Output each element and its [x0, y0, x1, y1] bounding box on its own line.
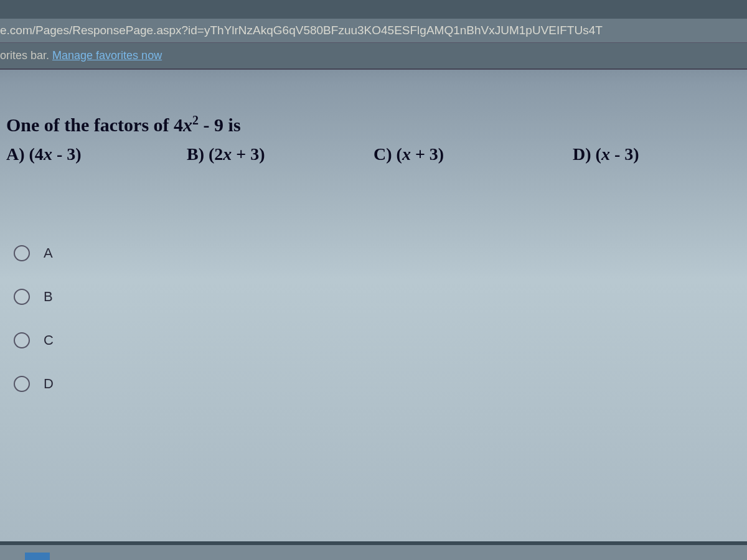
- option-a-post: - 3): [52, 144, 82, 164]
- option-c-var: x: [402, 144, 411, 164]
- address-bar[interactable]: e.com/Pages/ResponsePage.aspx?id=yThYlrN…: [0, 19, 747, 43]
- answer-choices: A B C D: [6, 245, 747, 392]
- question-block: One of the factors of 4x2 - 9 is A) (4x …: [6, 113, 747, 164]
- choice-d-label: D: [44, 376, 54, 392]
- option-d-post: - 3): [610, 144, 639, 164]
- option-a-pre: (4: [25, 144, 44, 164]
- radio-icon[interactable]: [14, 332, 30, 348]
- radio-icon[interactable]: [14, 376, 30, 392]
- favorites-prefix: orites bar.: [0, 49, 52, 62]
- option-b-post: + 3): [232, 144, 265, 164]
- option-c-post: + 3): [411, 144, 444, 164]
- option-d-var: x: [601, 144, 610, 164]
- stem-variable: x: [183, 114, 192, 135]
- option-c: C) (x + 3): [374, 144, 573, 164]
- manage-favorites-link[interactable]: Manage favorites now: [52, 49, 162, 62]
- question-stem: One of the factors of 4x2 - 9 is: [6, 113, 747, 136]
- option-b-var: x: [223, 144, 232, 164]
- stem-prefix: One of the factors of 4: [6, 114, 183, 135]
- option-a: A) (4x - 3): [6, 144, 187, 164]
- choice-b-label: B: [44, 289, 53, 305]
- option-b: B) (2x + 3): [187, 144, 374, 164]
- stem-suffix: - 9 is: [199, 114, 241, 135]
- url-text: e.com/Pages/ResponsePage.aspx?id=yThYlrN…: [0, 24, 603, 37]
- radio-icon[interactable]: [14, 289, 30, 305]
- choice-c-label: C: [44, 332, 54, 348]
- option-b-label: B): [187, 144, 204, 164]
- question-options: A) (4x - 3) B) (2x + 3) C) (x + 3) D) (x…: [6, 144, 747, 164]
- option-c-pre: (: [392, 144, 402, 164]
- option-d-pre: (: [591, 144, 601, 164]
- choice-a[interactable]: A: [14, 245, 747, 261]
- radio-icon[interactable]: [14, 245, 30, 261]
- choice-c[interactable]: C: [14, 332, 747, 348]
- form-content: One of the factors of 4x2 - 9 is A) (4x …: [0, 70, 747, 392]
- option-b-pre: (2: [204, 144, 223, 164]
- favorites-bar: orites bar. Manage favorites now: [0, 43, 747, 70]
- taskbar-accent: [25, 553, 50, 560]
- bottom-frame: [0, 541, 747, 560]
- option-a-label: A): [6, 144, 25, 164]
- choice-a-label: A: [44, 245, 53, 261]
- option-c-label: C): [374, 144, 392, 164]
- choice-b[interactable]: B: [14, 289, 747, 305]
- option-d-label: D): [573, 144, 591, 164]
- choice-d[interactable]: D: [14, 376, 747, 392]
- option-a-var: x: [44, 144, 52, 164]
- stem-exponent: 2: [192, 113, 199, 127]
- option-d: D) (x - 3): [573, 144, 639, 164]
- window-top-bar: [0, 0, 747, 19]
